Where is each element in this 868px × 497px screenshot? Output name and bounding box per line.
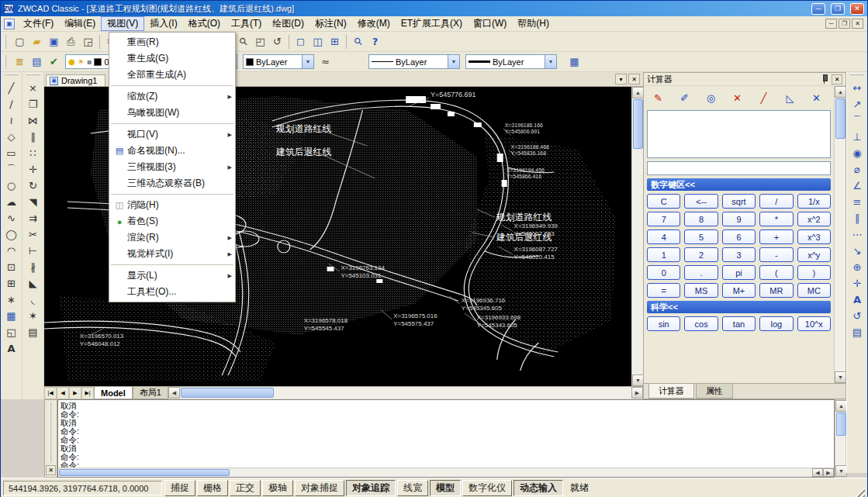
scroll-up-icon[interactable]: ▲: [835, 400, 847, 412]
restore-button[interactable]: ❐: [831, 3, 845, 15]
scroll-track[interactable]: [835, 98, 846, 371]
calc-key-1[interactable]: 1: [647, 247, 680, 262]
tab-model[interactable]: Model: [94, 387, 133, 399]
menubar-item-6[interactable]: 工具(T): [226, 16, 267, 31]
palette-close-icon[interactable]: ✕: [832, 74, 842, 85]
menu-item[interactable]: 视觉样式(I)▶: [109, 246, 235, 262]
calc-intersection-icon[interactable]: ✕: [808, 90, 825, 105]
leader-icon[interactable]: ↘: [848, 243, 866, 259]
calc-key-([interactable]: (: [759, 265, 793, 280]
dim-baseline-icon[interactable]: ∥: [848, 210, 866, 226]
calc-paste-to-cmdline-icon[interactable]: ◎: [703, 90, 719, 105]
circle-icon[interactable]: ○: [2, 178, 21, 194]
calc-key-3[interactable]: 3: [722, 247, 756, 262]
menu-item[interactable]: 重生成(G): [109, 50, 235, 67]
calc-key-MR[interactable]: MR: [759, 283, 793, 298]
resize-grip[interactable]: [854, 487, 865, 497]
calc-key-8[interactable]: 8: [684, 212, 718, 226]
status-toggle-动态输入[interactable]: 动态输入: [514, 480, 563, 496]
calc-key-MS[interactable]: MS: [684, 283, 718, 298]
scroll-down-icon[interactable]: ▼: [835, 371, 846, 383]
menu-item[interactable]: 工具栏(O)...: [109, 284, 235, 300]
scroll-thumb[interactable]: [59, 469, 230, 476]
calc-clear-icon[interactable]: ✎: [650, 90, 666, 105]
command-grip[interactable]: ✕: [44, 399, 57, 478]
viewport-single-icon[interactable]: ◻: [292, 34, 309, 50]
trim-icon[interactable]: ✂: [24, 226, 43, 243]
chevron-down-icon[interactable]: ▼: [448, 55, 459, 68]
mirror-icon[interactable]: ⋈: [24, 112, 43, 129]
layout-nav-3[interactable]: ▶: [69, 387, 81, 399]
menubar-item-1[interactable]: 文件(F): [18, 16, 59, 31]
zoom-realtime-icon[interactable]: ⚲: [235, 34, 251, 50]
scroll-track[interactable]: [58, 468, 812, 477]
menubar-item-5[interactable]: 格式(O): [183, 16, 226, 31]
save-icon[interactable]: ▣: [46, 34, 62, 50]
calc-key-5[interactable]: 5: [684, 230, 718, 244]
dim-style-icon[interactable]: ▤: [848, 324, 866, 340]
menu-item[interactable]: 重画(R): [109, 34, 235, 50]
move-icon[interactable]: ✛: [24, 161, 43, 178]
scroll-thumb[interactable]: [835, 98, 846, 139]
stretch-icon[interactable]: ⇉: [24, 210, 43, 226]
linetype-combo[interactable]: ByLayer ▼: [368, 54, 460, 69]
dim-text-edit-icon[interactable]: A: [848, 292, 866, 308]
status-toggle-对象追踪[interactable]: 对象追踪: [346, 480, 396, 496]
plot-icon[interactable]: ⎙: [63, 34, 79, 50]
pin-icon[interactable]: [821, 74, 828, 84]
command-close-icon[interactable]: ✕: [46, 465, 56, 475]
dim-aligned-icon[interactable]: ↗: [848, 96, 866, 112]
scroll-track[interactable]: [835, 412, 846, 465]
toolbar-grip[interactable]: [850, 74, 864, 78]
menu-item[interactable]: 视口(V)▶: [109, 126, 235, 143]
calc-key-1/x[interactable]: 1/x: [797, 194, 831, 209]
scroll-left-icon[interactable]: ◀: [168, 387, 180, 399]
tab-menu-icon[interactable]: ▾: [615, 74, 627, 85]
zoom-previous-icon[interactable]: ↺: [269, 34, 285, 50]
scroll-thumb[interactable]: [836, 412, 846, 436]
canvas-horizontal-scrollbar[interactable]: ◀ ▶: [168, 387, 643, 399]
menu-item[interactable]: 渲染(R)▶: [109, 230, 235, 246]
calc-distance-icon[interactable]: ╱: [756, 90, 772, 105]
status-toggle-数字化仪[interactable]: 数字化仪: [462, 480, 512, 496]
chevron-down-icon[interactable]: ▼: [302, 55, 313, 68]
line-icon[interactable]: ╱: [2, 80, 21, 96]
mdi-minimize-button[interactable]: ─: [825, 19, 837, 29]
menubar-item-10[interactable]: ET扩展工具(X): [396, 16, 468, 31]
fillet-icon[interactable]: ◟: [24, 292, 43, 308]
layout-nav-1[interactable]: |◀: [44, 387, 57, 399]
calc-key-*[interactable]: *: [759, 212, 793, 226]
dim-diameter-icon[interactable]: ⌀: [848, 161, 866, 178]
menu-item[interactable]: ▤命名视图(N)...: [109, 143, 235, 159]
calc-key-C[interactable]: C: [647, 194, 680, 209]
scroll-track[interactable]: [180, 387, 631, 399]
make-block-icon[interactable]: ⊞: [2, 275, 21, 292]
region-icon[interactable]: ◱: [2, 324, 21, 340]
layout-nav-4[interactable]: ▶|: [81, 387, 94, 399]
calc-key-.[interactable]: .: [684, 265, 718, 280]
chamfer-icon[interactable]: ◣: [24, 275, 43, 292]
menu-item[interactable]: 三维视图(3)▶: [109, 159, 235, 175]
hatch-icon[interactable]: ▦: [2, 308, 21, 324]
offset-icon[interactable]: ∥: [24, 129, 43, 145]
scroll-down-icon[interactable]: ▼: [835, 465, 847, 477]
plot-style-table-icon[interactable]: ▦: [566, 54, 583, 70]
properties-icon[interactable]: ▤: [24, 324, 43, 340]
dim-ordinate-icon[interactable]: ⊥: [848, 129, 866, 145]
calc-key--[interactable]: -: [759, 247, 793, 262]
toolbar-grip[interactable]: [26, 74, 40, 78]
status-toggle-线宽[interactable]: 线宽: [397, 480, 428, 496]
scroll-track[interactable]: [632, 98, 643, 374]
calc-key-/[interactable]: /: [759, 194, 793, 209]
calc-key-2[interactable]: 2: [684, 247, 718, 262]
calc-key-<--[interactable]: <--: [684, 194, 718, 209]
calc-key-=[interactable]: =: [647, 283, 680, 298]
arc-icon[interactable]: ⌒: [2, 161, 21, 178]
toolbar-grip[interactable]: [5, 55, 9, 69]
layer-properties-icon[interactable]: ≣: [12, 54, 28, 70]
quick-dim-icon[interactable]: ≡: [848, 194, 866, 210]
menubar-item-12[interactable]: 帮助(H): [512, 16, 555, 31]
menu-item[interactable]: 全部重生成(A): [109, 67, 235, 83]
calc-key-7[interactable]: 7: [647, 212, 680, 226]
mtext-icon[interactable]: A: [2, 340, 21, 357]
